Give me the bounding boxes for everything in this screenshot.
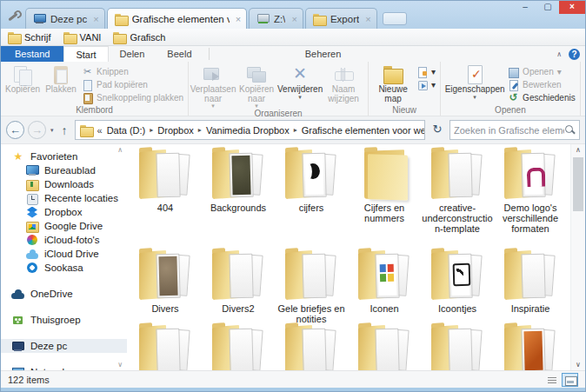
ribbon-tab-bestand[interactable]: Bestand — [1, 46, 63, 62]
folder-item[interactable] — [494, 323, 567, 370]
maximize-button[interactable]: ▢ — [536, 1, 559, 14]
folder-icon — [500, 148, 561, 202]
sidebar-item-bureaublad[interactable]: Bureaublad — [1, 163, 127, 177]
scroll-down-icon[interactable]: ∨ — [571, 361, 585, 369]
folder-item[interactable]: Backgrounds — [202, 148, 275, 234]
breadcrumb-segment[interactable]: Vanimedia Dropbox — [206, 125, 290, 136]
scrollbar-thumb[interactable] — [573, 157, 583, 211]
folder-item[interactable]: 404 — [129, 148, 202, 234]
folder-item[interactable] — [275, 323, 348, 370]
easy-access-button[interactable]: ▾ — [415, 78, 437, 91]
sidebar-scroll-up-icon[interactable]: ∧ — [117, 146, 123, 154]
folder-item[interactable] — [202, 323, 275, 370]
copy-path-button[interactable]: Pad kopiëren — [80, 78, 185, 91]
bookmark-vani[interactable]: VANI — [63, 32, 102, 43]
folder-item[interactable]: Divers — [129, 249, 202, 324]
bookmark-schrijf[interactable]: Schrijf — [8, 32, 51, 43]
minimize-button[interactable]: – — [514, 1, 536, 14]
up-button[interactable]: ↑ — [58, 123, 71, 137]
copy-button[interactable]: Kopiëren — [3, 63, 42, 95]
rename-button[interactable]: Naam wijzigen — [322, 63, 365, 103]
breadcrumb-overflow-icon[interactable]: « — [97, 125, 103, 136]
forward-button[interactable]: → — [28, 121, 46, 139]
vertical-scrollbar[interactable]: ∧ ∨ — [570, 144, 585, 370]
folder-row: Divers Divers2 Gele briefjes en notities… — [129, 249, 567, 324]
scroll-up-icon[interactable]: ∧ — [571, 146, 585, 154]
folder-item[interactable] — [421, 323, 494, 370]
folder-item[interactable]: creative-underconstruction-template — [421, 148, 494, 234]
breadcrumb-separator-icon[interactable]: ▸ — [150, 126, 153, 134]
ribbon-tab-beeld[interactable]: Beeld — [156, 46, 203, 62]
move-to-button[interactable]: Verplaatsen naar ▾ — [191, 63, 235, 109]
sidebar-item-sookasa[interactable]: Sookasa — [1, 261, 127, 275]
folder-item[interactable] — [348, 323, 421, 370]
breadcrumb-segment[interactable]: Data (D:) — [107, 125, 146, 136]
breadcrumb-separator-icon[interactable]: ▸ — [198, 126, 202, 134]
thumbnails-view-button[interactable] — [562, 373, 578, 387]
folder-item[interactable]: Iconen — [348, 249, 421, 324]
folder-item[interactable]: Gele briefjes en notities — [275, 249, 348, 324]
close-tab-icon[interactable]: × — [236, 15, 241, 23]
open-button[interactable]: Openen ▾ — [506, 65, 577, 78]
refresh-button[interactable]: ↻ — [429, 121, 446, 139]
history-dropdown-icon[interactable]: ▾ — [50, 127, 55, 134]
back-button[interactable]: ← — [6, 121, 24, 139]
breadcrumb-separator-icon[interactable]: ▸ — [294, 126, 297, 134]
sidebar-item-thuisgroep[interactable]: Thuisgroep — [1, 313, 127, 327]
history-button[interactable]: ↺ Geschiedenis — [506, 91, 577, 104]
close-tab-icon[interactable]: × — [93, 15, 98, 23]
details-view-button[interactable] — [543, 373, 560, 387]
folder-item[interactable]: Divers2 — [202, 249, 275, 324]
folder-item[interactable]: Cijfers en nummers — [348, 148, 421, 234]
sidebar-item-downloads[interactable]: Downloads — [1, 177, 127, 191]
folder-name: Demo logo's verschillende formaten — [495, 203, 566, 234]
sidebar-item-netwerk[interactable]: Netwerk — [1, 365, 127, 370]
folder-item[interactable]: cijfers — [275, 148, 348, 234]
sidebar-item-google-drive[interactable]: Google Drive — [1, 219, 127, 233]
cut-button[interactable]: ✂ Knippen — [80, 65, 185, 78]
delete-button[interactable]: ✕ Verwijderen ▾ — [278, 63, 322, 100]
sidebar-scroll-down-icon[interactable]: ∨ — [117, 361, 123, 369]
sidebar-item-favorieten[interactable]: ★ Favorieten — [1, 149, 127, 163]
new-folder-button[interactable]: Nieuwe map — [371, 63, 415, 103]
new-item-button[interactable]: ▾ — [415, 65, 437, 78]
sidebar-item-onedrive[interactable]: OneDrive — [1, 287, 127, 301]
bookmark-grafisch[interactable]: Grafisch — [113, 32, 165, 43]
sidebar-item-recente-locaties[interactable]: Recente locaties — [1, 191, 127, 205]
sidebar-item-icloud-fotos[interactable]: iCloud-foto's — [1, 233, 127, 247]
search-input[interactable] — [454, 125, 564, 136]
folder-item[interactable]: Icoontjes — [421, 249, 494, 324]
close-button[interactable]: × — [559, 1, 585, 14]
ribbon-tab-beheren[interactable]: Beheren — [215, 46, 432, 62]
tab-deze-pc[interactable]: Deze pc × — [25, 8, 105, 29]
wrench-settings-icon[interactable] — [6, 10, 20, 23]
paste-button[interactable]: Plakken — [42, 63, 80, 95]
ribbon-tab-start[interactable]: Start — [63, 46, 108, 62]
network-drive-icon — [256, 13, 270, 24]
edit-button[interactable]: Bewerken — [506, 78, 577, 91]
breadcrumb-segment[interactable]: Grafische elementen voor websites — [302, 125, 425, 136]
folder-item[interactable] — [129, 323, 202, 370]
tab-z-drive[interactable]: Z:\ × — [249, 8, 303, 29]
sidebar-item-dropbox[interactable]: Dropbox — [1, 205, 127, 219]
new-tab-button[interactable] — [383, 12, 407, 25]
breadcrumb-segment[interactable]: Dropbox — [157, 125, 194, 136]
copy-to-button[interactable]: Kopiëren naar ▾ — [235, 63, 278, 109]
address-bar[interactable]: « Data (D:) ▸ Dropbox ▸ Vanimedia Dropbo… — [75, 120, 425, 140]
close-tab-icon[interactable]: × — [291, 15, 296, 23]
collapse-ribbon-icon[interactable]: ∧ — [556, 50, 562, 58]
search-icon[interactable] — [564, 124, 576, 136]
close-tab-icon[interactable]: × — [365, 15, 370, 23]
tab-export[interactable]: Export × — [305, 8, 377, 29]
folder-item[interactable]: Demo logo's verschillende formaten — [494, 148, 567, 234]
folder-icon — [427, 323, 488, 370]
sidebar-item-deze-pc[interactable]: Deze pc — [1, 339, 127, 353]
folder-item[interactable]: Inspiratie — [494, 249, 567, 324]
ribbon-tab-bar: Bestand Start Delen Beeld Beheren ∧ ? — [1, 46, 585, 62]
properties-button[interactable]: ✓ Eigenschappen ▾ — [443, 63, 506, 100]
tab-grafische-elementen[interactable]: Grafische elementen voor × — [107, 8, 247, 29]
sidebar-item-icloud-drive[interactable]: iCloud Drive — [1, 247, 127, 261]
help-icon[interactable]: ? — [569, 49, 580, 60]
ribbon-tab-delen[interactable]: Delen — [109, 46, 156, 62]
paste-shortcut-button[interactable]: Snelkoppeling plakken — [80, 91, 185, 104]
